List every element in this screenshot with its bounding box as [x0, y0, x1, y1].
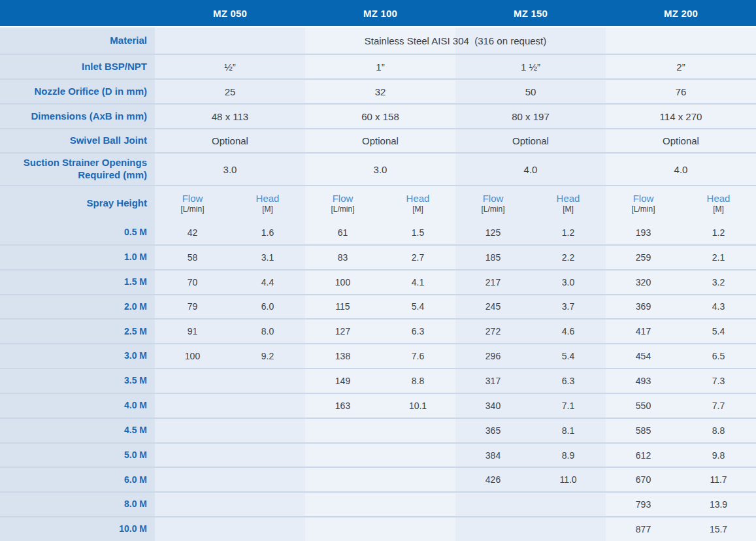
model-header-row: MZ 050 MZ 100 MZ 150 MZ 200 [0, 0, 756, 26]
head-value-mz100: 7.6 [380, 344, 455, 368]
head-value-mz100: 1.5 [380, 221, 455, 244]
flow-header-mz200: Flow [L/min] [606, 186, 681, 221]
head-value-mz050 [230, 444, 305, 467]
flow-value-mz100 [305, 419, 380, 442]
dimensions-value-mz100: 60 x 158 [305, 105, 455, 128]
head-value-mz050 [230, 468, 305, 491]
inlet-label: Inlet BSP/NPT [0, 55, 155, 78]
head-header-unit: [M] [563, 205, 574, 215]
inlet-value-mz100: 1” [305, 55, 455, 78]
head-value-mz200: 11.7 [681, 468, 756, 491]
flow-value-mz200: 259 [606, 246, 681, 269]
head-value-mz050 [230, 369, 305, 393]
swivel-ball-joint-label: Swivel Ball Joint [0, 129, 155, 152]
flow-value-mz100: 115 [305, 295, 380, 319]
head-header-unit: [M] [262, 205, 273, 215]
spray-row-height-label: 3.5 M [0, 369, 155, 393]
swivel-value-mz200: Optional [606, 129, 756, 152]
flow-value-mz050 [155, 493, 230, 516]
inlet-row: Inlet BSP/NPT ½” 1” 1 ½” 2” [0, 54, 756, 78]
head-value-mz200: 13.9 [681, 493, 756, 516]
swivel-value-mz050: Optional [155, 129, 305, 152]
suction-value-mz050: 3.0 [155, 154, 305, 185]
head-value-mz200: 15.7 [681, 517, 756, 541]
material-value: Stainless Steel AISI 304 (316 on request… [155, 27, 756, 54]
head-value-mz200: 7.3 [681, 369, 756, 393]
head-value-mz050: 3.1 [230, 246, 305, 269]
head-value-mz150 [531, 493, 606, 516]
head-value-mz200: 8.8 [681, 419, 756, 442]
spray-row-2.5-m: 2.5 M918.01276.32724.64175.4 [0, 318, 756, 343]
head-value-mz150: 3.7 [531, 295, 606, 319]
spray-row-6.0-m: 6.0 M42611.067011.7 [0, 467, 756, 491]
flow-value-mz200: 793 [606, 493, 681, 516]
head-header-mz100: Head [M] [380, 186, 455, 221]
head-value-mz150: 8.9 [531, 444, 606, 467]
spray-row-height-label: 1.5 M [0, 270, 155, 294]
head-value-mz100 [380, 444, 455, 467]
flow-value-mz050 [155, 419, 230, 442]
nozzle-orifice-value-mz200: 76 [606, 80, 756, 103]
head-value-mz200: 6.5 [681, 344, 756, 368]
spray-row-0.5-m: 0.5 M421.6611.51251.21931.2 [0, 221, 756, 244]
flow-value-mz150: 296 [455, 344, 531, 368]
head-value-mz150: 7.1 [531, 394, 606, 418]
flow-value-mz200: 454 [606, 344, 681, 368]
flow-value-mz150: 365 [455, 419, 531, 442]
head-header-name: Head [406, 192, 430, 205]
suction-strainer-label: Suction Strainer Openings Required (mm) [0, 154, 155, 185]
spray-row-height-label: 4.0 M [0, 394, 155, 418]
flow-value-mz150: 272 [455, 320, 531, 343]
head-header-name: Head [557, 192, 580, 205]
head-value-mz200: 9.8 [681, 444, 756, 467]
spray-height-header-row: Spray Height Flow [L/min] Head [M] Flow … [0, 185, 756, 221]
flow-value-mz200: 670 [606, 468, 681, 491]
spray-row-1.0-m: 1.0 M583.1832.71852.22592.1 [0, 244, 756, 269]
flow-value-mz050: 58 [155, 246, 230, 269]
flow-value-mz200: 877 [606, 517, 681, 541]
suction-strainer-row: Suction Strainer Openings Required (mm) … [0, 152, 756, 185]
column-header-mz100: MZ 100 [305, 0, 455, 26]
head-value-mz050 [230, 493, 305, 516]
head-value-mz050: 9.2 [230, 344, 305, 368]
head-value-mz050 [230, 394, 305, 418]
dimensions-label: Dimensions (AxB in mm) [0, 105, 155, 128]
flow-value-mz150 [455, 517, 531, 541]
head-value-mz050: 8.0 [230, 320, 305, 343]
spray-row-height-label: 2.5 M [0, 320, 155, 343]
spray-row-8.0-m: 8.0 M79313.9 [0, 491, 756, 516]
flow-value-mz150: 317 [455, 369, 531, 393]
head-header-mz150: Head [M] [531, 186, 606, 221]
head-header-mz050: Head [M] [230, 186, 305, 221]
head-value-mz150: 4.6 [531, 320, 606, 343]
head-value-mz100: 4.1 [380, 270, 455, 294]
spray-row-1.5-m: 1.5 M704.41004.12173.03203.2 [0, 269, 756, 294]
material-label: Material [0, 27, 155, 54]
spray-height-label: Spray Height [0, 186, 155, 221]
head-header-mz200: Head [M] [681, 186, 756, 221]
spray-row-height-label: 6.0 M [0, 468, 155, 491]
spray-row-height-label: 1.0 M [0, 246, 155, 269]
flow-value-mz200: 550 [606, 394, 681, 418]
flow-header-name: Flow [483, 192, 504, 205]
flow-header-name: Flow [633, 192, 654, 205]
head-value-mz100: 6.3 [380, 320, 455, 343]
head-value-mz100: 2.7 [380, 246, 455, 269]
flow-value-mz200: 193 [606, 221, 681, 244]
spray-row-5.0-m: 5.0 M3848.96129.8 [0, 442, 756, 467]
flow-value-mz150: 426 [455, 468, 531, 491]
nozzle-orifice-row: Nozzle Orifice (D in mm) 25 32 50 76 [0, 78, 756, 103]
head-value-mz050 [230, 517, 305, 541]
spray-row-height-label: 2.0 M [0, 295, 155, 319]
flow-value-mz100: 61 [305, 221, 380, 244]
head-value-mz100 [380, 419, 455, 442]
head-value-mz200: 5.4 [681, 320, 756, 343]
flow-value-mz200: 417 [606, 320, 681, 343]
head-value-mz150: 1.2 [531, 221, 606, 244]
flow-value-mz050: 42 [155, 221, 230, 244]
flow-value-mz150: 217 [455, 270, 531, 294]
head-value-mz050: 6.0 [230, 295, 305, 319]
flow-value-mz150: 185 [455, 246, 531, 269]
swivel-value-mz150: Optional [455, 129, 606, 152]
head-value-mz200: 4.3 [681, 295, 756, 319]
